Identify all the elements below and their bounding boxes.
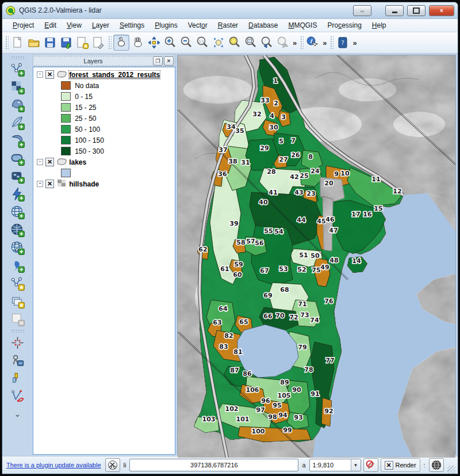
render-toggle[interactable]: ✕ Render (381, 458, 420, 472)
new-composer-icon[interactable] (75, 35, 90, 50)
resize-grip[interactable] (447, 466, 455, 474)
layer-name[interactable]: hillshade (69, 180, 99, 188)
add-oracle-layer-icon[interactable] (9, 150, 26, 167)
main-toolbar: 1:1»i»?» (2, 32, 458, 54)
legend-swatch (61, 147, 71, 155)
menu-item-raster[interactable]: Raster (213, 20, 243, 31)
add-db2-layer-icon[interactable] (9, 167, 26, 185)
menu-item-database[interactable]: Database (244, 20, 282, 31)
overflow-icon[interactable]: » (291, 39, 298, 47)
map-canvas[interactable]: 1233324334353057293726838273128364225249… (177, 55, 456, 455)
zoom-out-icon[interactable] (179, 35, 194, 50)
add-wms-layer-icon[interactable] (9, 203, 26, 220)
window-swap-button[interactable]: ⇔ (353, 5, 371, 16)
composer-manager-icon[interactable] (91, 35, 106, 50)
add-mssql-layer-icon[interactable] (9, 132, 26, 149)
more-tools-icon[interactable]: ⌄ (9, 405, 26, 422)
zoom-full-icon[interactable] (211, 35, 226, 50)
scale-dropdown-button[interactable]: ▼ (351, 459, 361, 471)
stand-label-36: 36 (218, 170, 227, 178)
add-postgis-layer-icon[interactable] (9, 96, 26, 113)
svg-text:1:1: 1:1 (199, 40, 204, 43)
add-spatialite-layer-icon[interactable] (9, 114, 26, 131)
layer-name[interactable]: forest_stands_2012_results (69, 71, 160, 79)
layers-panel-header[interactable]: Layers ❐ ✕ (33, 55, 175, 67)
add-wcs-layer-icon[interactable] (9, 221, 26, 238)
layer-row-lakes[interactable]: −✕lakes (36, 157, 175, 167)
plugin-update-link[interactable]: There is a plugin update available (5, 460, 103, 470)
save-project-as-icon[interactable] (59, 35, 74, 50)
stand-label-102: 102 (225, 405, 239, 413)
qgis-window: QGIS 2.2.0-Valmiera - lidar ⇔ × ProjectE… (2, 2, 458, 474)
layer-row-forest_stands_2012_results[interactable]: −✕forest_stands_2012_results (36, 69, 175, 80)
plugin-icon-button[interactable] (105, 458, 120, 472)
add-virtual-layer-icon[interactable] (9, 185, 26, 203)
zoom-native-icon[interactable]: 1:1 (195, 35, 210, 50)
geometry-check-tool-icon[interactable] (9, 387, 26, 405)
help-contents-icon[interactable]: ? (335, 35, 350, 50)
layer-visibility-checkbox[interactable]: ✕ (45, 70, 54, 79)
toolbar-grip[interactable] (10, 329, 25, 333)
add-wfs-layer-icon[interactable] (9, 239, 26, 256)
menu-item-help[interactable]: Help (367, 20, 391, 31)
layers-tree[interactable]: −✕forest_stands_2012_resultsNo data0 - 1… (33, 67, 175, 455)
new-temporary-layer-icon[interactable] (9, 292, 26, 310)
minimize-button[interactable] (385, 5, 404, 16)
stop-render-button[interactable] (363, 458, 378, 472)
zoom-next-icon[interactable] (275, 35, 290, 50)
save-project-icon[interactable] (43, 35, 57, 50)
coordinate-display[interactable]: 397138,6787216 (129, 459, 298, 471)
layer-expander[interactable]: − (37, 71, 43, 78)
add-raster-layer-icon[interactable] (9, 78, 26, 96)
touch-zoom-icon[interactable] (113, 35, 129, 51)
zoom-in-icon[interactable] (163, 35, 178, 50)
pan-to-selection-icon[interactable] (147, 35, 162, 50)
overflow-icon[interactable]: » (321, 39, 328, 47)
layer-row-hillshade[interactable]: +✕hillshade (36, 178, 175, 189)
maximize-button[interactable] (407, 5, 425, 16)
overflow-icon[interactable]: » (351, 39, 358, 47)
stand-label-33: 33 (260, 97, 269, 104)
scale-combobox[interactable]: 1:9,810 ▼ (309, 459, 361, 471)
remove-layer-icon[interactable] (9, 310, 26, 328)
toolbar-grip[interactable] (300, 35, 304, 50)
render-checkbox[interactable]: ✕ (385, 461, 393, 470)
toolbar-grip[interactable] (108, 35, 112, 50)
menu-item-plugins[interactable]: Plugins (150, 20, 182, 31)
toolbar-grip[interactable] (329, 35, 334, 50)
panel-close-button[interactable]: ✕ (164, 56, 174, 66)
identify-features-icon[interactable]: i (305, 35, 320, 50)
zoom-last-icon[interactable] (259, 35, 274, 50)
pipe-tool-icon[interactable] (9, 370, 26, 387)
close-button[interactable]: × (429, 5, 454, 16)
layer-name[interactable]: lakes (69, 158, 86, 166)
menu-item-processing[interactable]: Processing (323, 20, 366, 31)
menu-item-project[interactable]: Project (8, 20, 39, 31)
menu-item-mmqgis[interactable]: MMQGIS (283, 20, 321, 31)
zoom-to-selection-icon[interactable] (227, 35, 242, 50)
legend-item: No data (36, 80, 175, 91)
new-shapefile-layer-icon[interactable] (9, 275, 26, 292)
crosshair-tool-icon[interactable] (9, 334, 26, 351)
open-project-icon[interactable] (26, 35, 41, 50)
layer-expander[interactable]: − (37, 159, 43, 165)
add-delimited-text-layer-icon[interactable] (9, 257, 26, 274)
toolbar-grip[interactable] (5, 35, 9, 50)
add-vector-layer-icon[interactable] (9, 60, 26, 78)
toolbar-grip[interactable] (10, 55, 25, 59)
title-bar[interactable]: QGIS 2.2.0-Valmiera - lidar ⇔ × (2, 2, 458, 19)
crs-status-button[interactable] (429, 458, 444, 472)
zoom-to-layer-icon[interactable] (243, 35, 258, 50)
layer-visibility-checkbox[interactable]: ✕ (45, 180, 54, 188)
menu-item-edit[interactable]: Edit (40, 20, 61, 31)
new-project-icon[interactable] (10, 35, 25, 50)
panel-float-button[interactable]: ❐ (153, 56, 163, 66)
pan-map-icon[interactable] (131, 35, 145, 50)
layer-visibility-checkbox[interactable]: ✕ (45, 158, 54, 166)
annotation-tool-icon[interactable] (9, 352, 26, 369)
layer-expander[interactable]: + (37, 181, 43, 187)
menu-item-vector[interactable]: Vector (183, 20, 212, 31)
menu-item-layer[interactable]: Layer (87, 20, 114, 31)
menu-item-settings[interactable]: Settings (115, 20, 149, 31)
menu-item-view[interactable]: View (62, 20, 86, 31)
